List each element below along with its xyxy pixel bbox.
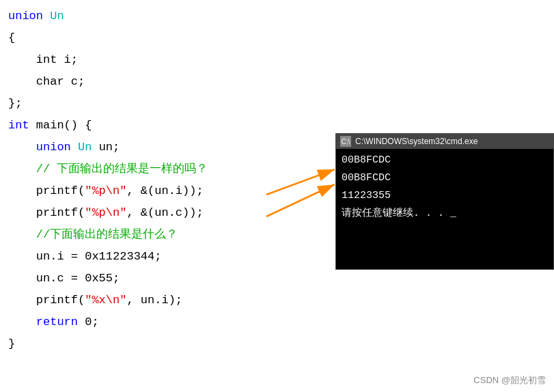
terminal-body: 00B8FCDC00B8FCDC11223355请按任意键继续. . . _ [336,149,553,225]
code-line: printf("%x\n", un.i); [8,290,546,311]
code-line: int i; [8,49,546,71]
terminal-line: 00B8FCDC [342,152,548,169]
code-line: } [8,333,546,355]
code-line: union Un [8,5,546,27]
cmd-icon: C:\ [340,136,351,147]
code-line: }; [8,93,546,115]
code-line: char c; [8,71,546,93]
terminal-title: C:\WINDOWS\system32\cmd.exe [355,137,477,146]
terminal-line: 00B8FCDC [342,169,548,187]
terminal-titlebar: C:\ C:\WINDOWS\system32\cmd.exe [336,134,553,149]
terminal-line: 11223355 [342,187,548,205]
terminal-window: C:\ C:\WINDOWS\system32\cmd.exe 00B8FCDC… [335,133,554,270]
code-line: un.c = 0x55; [8,268,546,290]
terminal-line: 请按任意键继续. . . _ [342,205,548,223]
code-line: return 0; [8,311,546,333]
code-line: { [8,27,546,49]
watermark: CSDN @韶光初雪 [473,374,546,387]
